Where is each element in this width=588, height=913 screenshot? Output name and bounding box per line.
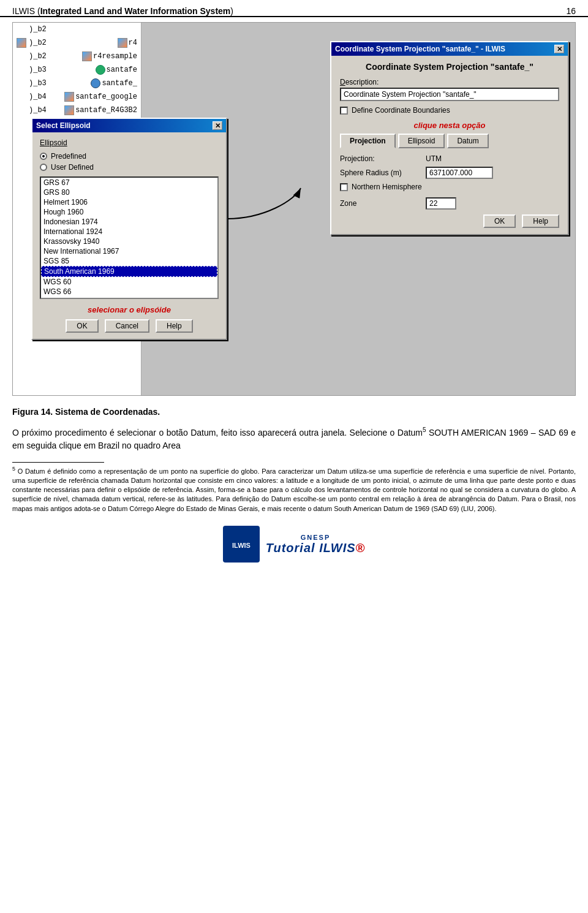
- list-item[interactable]: GRS 80: [41, 188, 217, 197]
- northern-hem-label: Northern Hemisphere: [352, 183, 422, 191]
- figure-caption: Figura 14. Sistema de Coordenadas.: [12, 407, 576, 417]
- ellipsoid-close-button[interactable]: ✕: [213, 121, 222, 130]
- none-icon: [17, 25, 26, 34]
- northern-hem-row: Northern Hemisphere: [340, 183, 559, 191]
- projection-title-text: Coordinate System Projection "santafe_": [340, 62, 559, 72]
- ellipsoid-help-button[interactable]: Help: [156, 319, 193, 333]
- file-row: )_b3 santafe: [13, 63, 141, 77]
- globe-icon: [96, 65, 105, 75]
- main-content: )_b2 )_b2 r4 )_b2 r4resample: [0, 22, 588, 577]
- none-icon: [17, 92, 26, 102]
- radio-user-defined[interactable]: User Defined: [40, 163, 219, 172]
- ellipsoid-dialog: Select Ellipsoid ✕ Ellipsoid Predefined …: [31, 118, 227, 340]
- define-coord-checkbox[interactable]: [340, 107, 348, 115]
- file-row: )_b4 santafe_R4G3B2: [13, 104, 141, 117]
- ellipsoid-buttons: OK Cancel Help: [40, 319, 219, 333]
- zone-input[interactable]: [426, 197, 456, 210]
- footnote-separator: [12, 462, 104, 463]
- tab-projection[interactable]: Projection: [340, 134, 396, 148]
- projection-dialog: Coordinate System Projection "santafe_" …: [330, 41, 569, 235]
- projection-dialog-title: Coordinate System Projection "santafe_" …: [335, 45, 505, 53]
- file-row: )_b2 r4: [13, 36, 141, 50]
- sphere-radius-label: Sphere Radius (m): [340, 169, 426, 177]
- footnote-text: 5 O Datum é definido como a representaçã…: [12, 465, 576, 514]
- projection-row: Projection: UTM: [340, 154, 559, 163]
- ilwis-logo-icon: ILWIS: [223, 526, 260, 563]
- none-icon: [17, 65, 26, 75]
- ellipsoid-listbox[interactable]: GRS 67 GRS 80 Helmert 1906 Hough 1960 In…: [40, 176, 219, 299]
- file-row: )_b2 r4resample: [13, 50, 141, 63]
- description-label: Description:: [340, 78, 559, 86]
- none-icon: [17, 105, 26, 115]
- page-number: 16: [566, 6, 576, 16]
- file-row: )_b4 santafe_google: [13, 90, 141, 104]
- list-item[interactable]: Krassovsky 1940: [41, 237, 217, 246]
- none-icon: [17, 51, 26, 61]
- list-item[interactable]: International 1924: [41, 227, 217, 237]
- img-icon: [64, 92, 74, 102]
- img-icon: [64, 105, 74, 115]
- radio-predefined[interactable]: Predefined: [40, 152, 219, 161]
- northern-hem-checkbox[interactable]: [340, 183, 348, 191]
- define-coord-label: Define Coordinate Boundaries: [352, 106, 450, 115]
- list-item-selected[interactable]: South American 1969: [41, 266, 217, 277]
- radio-user-defined-label: User Defined: [51, 163, 94, 172]
- list-item[interactable]: New International 1967: [41, 246, 217, 256]
- projection-ok-button[interactable]: OK: [483, 214, 516, 228]
- list-item[interactable]: Indonesian 1974: [41, 217, 217, 227]
- ellipsoid-dialog-title: Select Ellipsoid: [36, 121, 91, 130]
- list-item[interactable]: Hough 1960: [41, 207, 217, 217]
- img-icon: [17, 38, 26, 48]
- sphere-radius-input[interactable]: [426, 167, 493, 179]
- projection-buttons: OK Help: [340, 214, 559, 228]
- none-icon: [17, 78, 26, 88]
- list-item[interactable]: WGS 60: [41, 277, 217, 287]
- list-item[interactable]: SGS 85: [41, 256, 217, 266]
- projection-help-button[interactable]: Help: [522, 214, 559, 228]
- file-row: )_b2: [13, 23, 141, 36]
- clique-annotation: clique nesta opção: [340, 121, 559, 130]
- projection-tabs: Projection Ellipsoid Datum: [340, 134, 559, 148]
- tab-ellipsoid[interactable]: Ellipsoid: [398, 134, 445, 148]
- footnote-content: O Datum é definido como a representação …: [12, 467, 576, 512]
- list-item[interactable]: GRS 67: [41, 178, 217, 188]
- projection-dialog-body: Coordinate System Projection "santafe_" …: [331, 56, 568, 234]
- projection-close-button[interactable]: ✕: [554, 45, 564, 53]
- sphere-radius-row: Sphere Radius (m): [340, 167, 559, 179]
- footer-subtitle: GNESP: [266, 534, 366, 541]
- img-icon: [82, 51, 92, 61]
- projection-label: Projection:: [340, 154, 426, 163]
- globe-icon: [91, 78, 100, 88]
- list-item[interactable]: Helmert 1906: [41, 197, 217, 207]
- footer-logo: ILWIS GNESP Tutorial ILWIS®: [223, 526, 366, 563]
- list-item[interactable]: WGS 66: [41, 287, 217, 297]
- zone-row: Zone: [340, 197, 559, 210]
- footnote-ref-5: 5: [423, 426, 426, 433]
- projection-dialog-titlebar: Coordinate System Projection "santafe_" …: [331, 42, 568, 56]
- ellipsoid-ok-button[interactable]: OK: [66, 319, 98, 333]
- radio-user-defined-circle[interactable]: [40, 164, 47, 171]
- page-header: ILWIS (Integrated Land and Water Informa…: [0, 0, 588, 17]
- description-input[interactable]: Coordinate System Projection "santafe_": [340, 88, 559, 101]
- header-title-text: ILWIS (Integrated Land and Water Informa…: [12, 6, 233, 16]
- radio-predefined-label: Predefined: [51, 152, 86, 161]
- list-item[interactable]: WGS 72: [41, 297, 217, 299]
- ellipsoid-cancel-button[interactable]: Cancel: [105, 319, 149, 333]
- zone-label: Zone: [340, 199, 426, 208]
- ellipsoid-dialog-titlebar: Select Ellipsoid ✕: [32, 119, 226, 132]
- tab-datum[interactable]: Datum: [447, 134, 488, 148]
- footer-logo-text: Tutorial ILWIS®: [266, 541, 366, 555]
- radio-group: Predefined User Defined: [40, 152, 219, 172]
- ellipsoid-annotation: selecionar o elipsóide: [40, 305, 219, 314]
- projection-value: UTM: [426, 154, 442, 163]
- arrow-annotation: [215, 170, 313, 231]
- img-icon: [118, 38, 127, 48]
- body-paragraph-1: O próximo procedimento é selecionar o bo…: [12, 425, 576, 452]
- header-title: ILWIS (Integrated Land and Water Informa…: [12, 6, 233, 16]
- body-text-p1: O próximo procedimento é selecionar o bo…: [12, 428, 576, 450]
- ellipsoid-label: Ellipsoid: [40, 138, 219, 147]
- svg-text:ILWIS: ILWIS: [232, 542, 251, 549]
- radio-predefined-circle[interactable]: [40, 153, 47, 160]
- screenshot-area: )_b2 )_b2 r4 )_b2 r4resample: [12, 22, 576, 396]
- page-footer: ILWIS GNESP Tutorial ILWIS®: [12, 526, 576, 564]
